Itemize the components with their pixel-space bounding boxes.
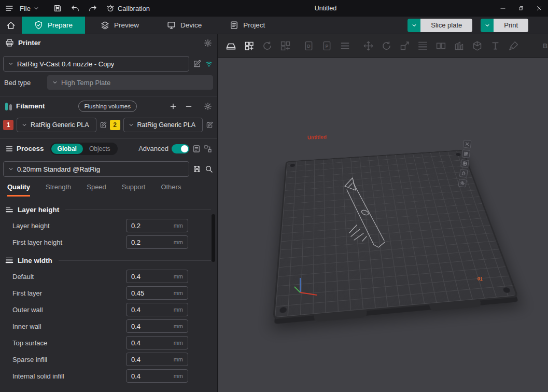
- redo-button[interactable]: [89, 4, 97, 12]
- sidebar-scrollbar[interactable]: [212, 214, 215, 262]
- filament-2-swatch[interactable]: 2: [110, 120, 120, 130]
- slice-plate-button[interactable]: Slice plate: [420, 19, 472, 32]
- filament-settings-gear-icon[interactable]: [204, 102, 212, 110]
- tab-device[interactable]: Device: [154, 17, 214, 34]
- filament-section-title: Filament: [16, 102, 45, 110]
- first-layer-line-width-input[interactable]: 0.45 mm: [126, 286, 188, 300]
- viewport-toolbar: [218, 34, 548, 58]
- process-preset-select[interactable]: 0.20mm Standard @RatRig: [3, 161, 189, 177]
- plate-name-label[interactable]: Untitled: [307, 134, 327, 140]
- filament-1-swatch[interactable]: 1: [3, 120, 13, 130]
- minimize-button[interactable]: [494, 0, 512, 17]
- top-surface-line-width-input[interactable]: 0.4 mm: [126, 336, 188, 349]
- tab-prepare[interactable]: Prepare: [22, 17, 85, 34]
- printer-preset-select[interactable]: RatRig V-Cast 0.4 nozzle - Copy: [3, 56, 189, 72]
- slice-options-dropdown[interactable]: [408, 19, 420, 32]
- search-settings-icon[interactable]: [205, 165, 213, 173]
- paint-tool-icon[interactable]: [508, 40, 519, 51]
- process-scope-toggle: Global Objects: [50, 143, 118, 155]
- tab-quality[interactable]: Quality: [7, 183, 30, 197]
- default-line-width-input[interactable]: 0.4 mm: [126, 270, 188, 283]
- scope-global-option[interactable]: Global: [51, 144, 83, 154]
- plate-name-button[interactable]: [460, 159, 469, 168]
- scope-objects-option[interactable]: Objects: [83, 144, 117, 154]
- plate-screw: [279, 307, 287, 313]
- app-menu-button[interactable]: [5, 4, 13, 12]
- edit-printer-icon[interactable]: [193, 60, 201, 68]
- lock-plate-button[interactable]: [459, 169, 468, 178]
- file-menu[interactable]: File: [20, 5, 39, 12]
- chevron-down-icon: [412, 23, 417, 28]
- tab-preview[interactable]: Preview: [88, 17, 151, 34]
- variable-layer-height-icon[interactable]: [417, 40, 428, 51]
- edit-filament-1-icon[interactable]: [100, 121, 107, 129]
- add-filament-plus-icon[interactable]: [170, 103, 177, 110]
- bed-type-select[interactable]: High Temp Plate: [47, 75, 213, 90]
- auto-orient-icon[interactable]: [262, 40, 273, 51]
- scale-icon[interactable]: [399, 40, 410, 51]
- print-options-dropdown[interactable]: [481, 19, 494, 32]
- save-button[interactable]: [53, 4, 62, 12]
- calibration-icon: [106, 4, 115, 12]
- layer-height-input[interactable]: 0.2 mm: [126, 219, 188, 232]
- add-plate-icon[interactable]: [226, 40, 236, 51]
- param-value: 0.2: [131, 222, 140, 230]
- tab-others[interactable]: Others: [161, 183, 181, 197]
- move-icon[interactable]: [363, 40, 374, 51]
- sparse-infill-line-width-input[interactable]: 0.4 mm: [126, 353, 188, 366]
- maximize-button[interactable]: [512, 0, 530, 17]
- arrange-plates-icon[interactable]: [244, 40, 255, 51]
- plate-settings-button[interactable]: [458, 179, 467, 188]
- arrange-objects-icon[interactable]: [280, 40, 291, 51]
- param-label: Outer wall: [12, 306, 126, 314]
- home-button[interactable]: [0, 17, 22, 34]
- filament-2-select[interactable]: RatRig Generic PLA: [123, 118, 203, 132]
- gear-icon: [460, 180, 465, 186]
- save-preset-icon[interactable]: [193, 165, 201, 173]
- arrange-plate-button[interactable]: [461, 149, 470, 158]
- calibration-button[interactable]: Calibration: [106, 4, 150, 12]
- tab-project[interactable]: Project: [217, 17, 277, 34]
- tab-device-label: Device: [180, 21, 202, 29]
- param-label: First layer height: [12, 239, 126, 246]
- first-layer-height-input[interactable]: 0.2 mm: [126, 235, 188, 249]
- delete-plate-button[interactable]: [463, 139, 472, 148]
- param-label: Layer height: [12, 222, 126, 230]
- parameter-table-icon[interactable]: [192, 145, 201, 153]
- tab-strength[interactable]: Strength: [46, 183, 71, 197]
- param-row: Sparse infill 0.4 mm: [5, 351, 211, 368]
- undo-button[interactable]: [71, 4, 79, 12]
- flushing-volumes-button[interactable]: Flushing volumes: [78, 101, 137, 112]
- text-tool-icon[interactable]: [490, 40, 501, 51]
- close-button[interactable]: [530, 0, 548, 17]
- advanced-toggle[interactable]: [172, 144, 189, 153]
- tab-speed[interactable]: Speed: [87, 183, 106, 197]
- edit-filament-2-icon[interactable]: [206, 121, 213, 129]
- param-unit: mm: [174, 222, 183, 229]
- internal-solid-infill-line-width-input[interactable]: 0.4 mm: [126, 369, 188, 383]
- assembly-icon[interactable]: [454, 40, 465, 51]
- doc-p-icon[interactable]: [321, 40, 332, 51]
- object-list-icon[interactable]: [340, 40, 350, 51]
- printer-settings-gear-icon[interactable]: [204, 39, 212, 47]
- lock-icon: [461, 171, 466, 176]
- doc-d-icon[interactable]: [303, 40, 314, 51]
- outer-wall-line-width-input[interactable]: 0.4 mm: [126, 303, 188, 316]
- close-icon: [536, 5, 542, 11]
- rotate-icon[interactable]: [381, 40, 392, 51]
- split-objects-icon[interactable]: [435, 40, 446, 51]
- param-unit: mm: [174, 273, 183, 279]
- inner-wall-line-width-input[interactable]: 0.4 mm: [126, 319, 188, 333]
- remove-filament-minus-icon[interactable]: [185, 103, 192, 110]
- build-plate[interactable]: [273, 150, 518, 319]
- filament-1-select[interactable]: RatRig Generic PLA: [17, 118, 96, 132]
- object-tree-icon[interactable]: [204, 145, 212, 153]
- settings-sidebar: Printer RatRig V-Cast 0.4 nozzle - Copy …: [0, 34, 218, 392]
- print-button[interactable]: Print: [494, 19, 528, 32]
- tab-support[interactable]: Support: [122, 183, 146, 197]
- param-unit: mm: [174, 306, 183, 313]
- connection-wifi-icon[interactable]: [205, 60, 213, 68]
- 3d-canvas[interactable]: Untitled 01: [218, 58, 548, 392]
- mesh-boolean-icon[interactable]: [472, 40, 483, 51]
- letter-b-icon[interactable]: [540, 40, 548, 51]
